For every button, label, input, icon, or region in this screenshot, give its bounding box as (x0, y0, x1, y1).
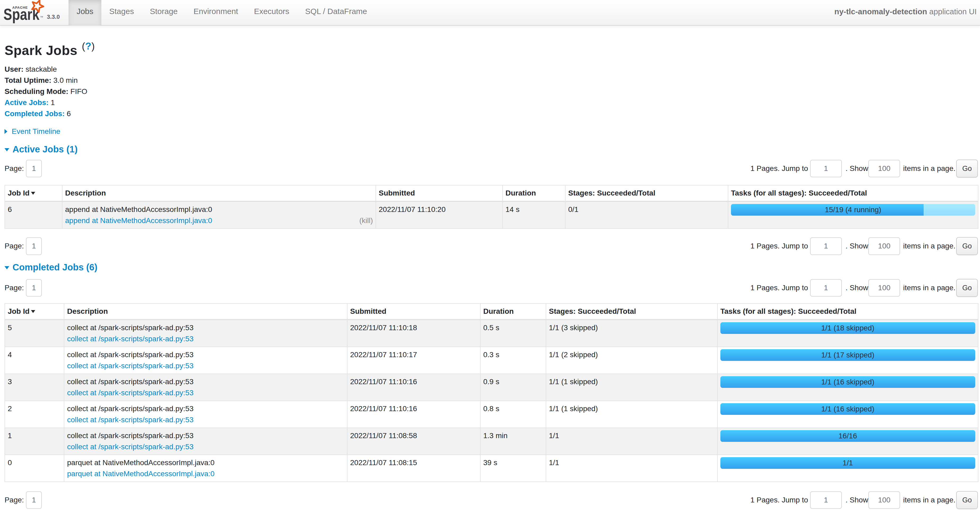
svg-text:TM: TM (40, 16, 43, 18)
